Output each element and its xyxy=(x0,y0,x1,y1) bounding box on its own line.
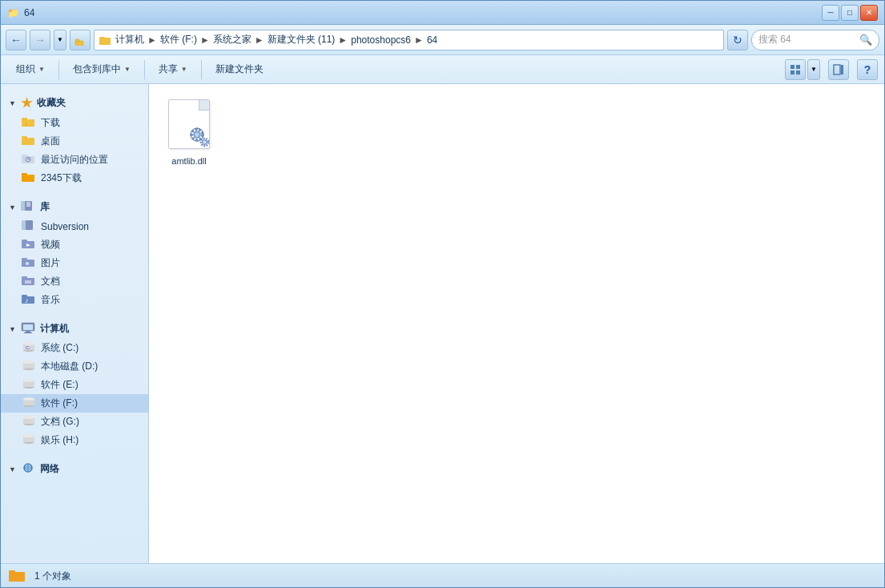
svg-rect-3 xyxy=(99,37,105,39)
sidebar-section-favorites[interactable]: ▼ ★ 收藏夹 xyxy=(1,91,148,114)
sidebar-item-h-drive[interactable]: 娱乐 (H:) xyxy=(1,431,148,449)
path-segment-2: 软件 (F:) xyxy=(160,33,197,46)
f-drive-icon xyxy=(22,397,36,410)
svg-rect-11 xyxy=(22,118,27,120)
forward-button[interactable]: → xyxy=(30,30,50,50)
sidebar-item-d-drive[interactable]: 本地磁盘 (D:) xyxy=(1,357,148,376)
sidebar-item-f-drive[interactable]: 软件 (F:) xyxy=(1,394,148,413)
sidebar-section-computer[interactable]: ▼ 计算机 xyxy=(1,317,148,339)
svg-point-68 xyxy=(194,131,200,138)
e-drive-label: 软件 (E:) xyxy=(41,378,78,392)
organize-label: 组织 xyxy=(16,62,35,76)
desktop-label: 桌面 xyxy=(41,135,60,148)
path-segment-5: photoshopcs6 xyxy=(351,34,411,46)
help-button[interactable]: ? xyxy=(857,59,878,80)
toolbar: 组织 ▼ 包含到库中 ▼ 共享 ▼ 新建文件夹 ▼ ? xyxy=(1,55,884,84)
favorites-star-icon: ★ xyxy=(21,95,32,111)
search-icon[interactable]: 🔍 xyxy=(859,34,872,46)
sidebar-section-library[interactable]: ▼ 库 xyxy=(1,195,148,217)
computer-triangle-icon: ▼ xyxy=(9,325,16,333)
organize-dropdown-icon: ▼ xyxy=(38,66,45,73)
c-drive-icon: C: xyxy=(22,341,36,355)
sidebar-item-video[interactable]: 视频 xyxy=(1,236,148,254)
g-drive-icon xyxy=(22,415,36,429)
dll-file-icon xyxy=(165,96,213,152)
include-library-button[interactable]: 包含到库中 ▼ xyxy=(64,58,139,81)
svg-rect-74 xyxy=(9,570,15,574)
image-library-icon xyxy=(22,256,36,270)
up-button[interactable] xyxy=(70,30,91,50)
music-library-icon: ♪ xyxy=(22,293,36,307)
title-bar-left: 📁 64 xyxy=(7,7,34,18)
status-count-label: 1 个对象 xyxy=(34,570,71,583)
sidebar-item-document[interactable]: 文档 xyxy=(1,272,148,291)
c-drive-label: 系统 (C:) xyxy=(41,341,78,355)
new-folder-label: 新建文件夹 xyxy=(215,62,263,76)
svg-rect-8 xyxy=(834,65,840,75)
sidebar-item-g-drive[interactable]: 文档 (G:) xyxy=(1,413,148,431)
library-label: 库 xyxy=(40,200,50,214)
sidebar-section-network[interactable]: ▼ 网络 xyxy=(1,457,148,479)
svg-rect-16 xyxy=(22,155,27,157)
sidebar-item-download[interactable]: ↓ 下载 xyxy=(1,114,148,132)
sidebar-item-music[interactable]: ♪ 音乐 xyxy=(1,291,148,309)
download-folder-icon: ↓ xyxy=(22,116,36,130)
2345-folder-icon xyxy=(22,171,36,185)
svg-rect-33 xyxy=(22,258,27,260)
recent-label: 最近访问的位置 xyxy=(41,153,108,167)
favorites-triangle-icon: ▼ xyxy=(9,99,16,107)
path-segment-6: 64 xyxy=(427,34,437,46)
subversion-label: Subversion xyxy=(41,221,89,232)
refresh-button[interactable]: ↻ xyxy=(727,30,748,50)
file-amtlib-dll[interactable]: amtlib.dll xyxy=(157,92,221,172)
toolbar-separator-3 xyxy=(201,60,202,79)
svg-rect-44 xyxy=(26,331,30,332)
close-button[interactable]: ✕ xyxy=(860,5,878,21)
svg-text:C:: C: xyxy=(26,345,30,350)
library-icon xyxy=(21,200,35,214)
window-controls: ─ □ ✕ xyxy=(822,5,878,21)
organize-button[interactable]: 组织 ▼ xyxy=(7,58,54,81)
address-path[interactable]: 计算机 ► 软件 (F:) ► 系统之家 ► 新建文件夹 (11) ► phot… xyxy=(94,30,724,50)
file-name-label: amtlib.dll xyxy=(171,155,206,167)
document-label: 文档 xyxy=(41,275,60,288)
status-folder-icon xyxy=(9,568,26,585)
include-library-dropdown-icon: ▼ xyxy=(124,66,131,73)
toolbar-separator-2 xyxy=(144,60,145,79)
window-icon: 📁 xyxy=(7,7,19,18)
sidebar: ▼ ★ 收藏夹 ↓ 下载 桌面 最近访问的位置 2345下载 xyxy=(1,84,149,563)
search-placeholder: 搜索 64 xyxy=(758,33,856,46)
sidebar-item-image[interactable]: 图片 xyxy=(1,254,148,272)
preview-pane-button[interactable] xyxy=(828,59,849,80)
path-segment-1: 计算机 xyxy=(115,33,144,46)
svg-rect-14 xyxy=(22,136,27,139)
view-dropdown-button[interactable]: ▼ xyxy=(807,59,820,80)
svg-rect-1 xyxy=(75,39,79,42)
nav-dropdown-button[interactable]: ▼ xyxy=(54,30,66,50)
path-sep-4: ► xyxy=(338,34,348,46)
sidebar-item-c-drive[interactable]: C: 系统 (C:) xyxy=(1,339,148,357)
sidebar-item-desktop[interactable]: 桌面 xyxy=(1,132,148,151)
search-box[interactable]: 搜索 64 🔍 xyxy=(751,30,879,50)
share-label: 共享 xyxy=(159,62,178,76)
svg-rect-4 xyxy=(790,65,794,69)
toolbar-separator-1 xyxy=(58,60,59,79)
sidebar-item-subversion[interactable]: Subversion xyxy=(1,217,148,236)
view-toggle-button[interactable] xyxy=(785,59,806,80)
svg-point-61 xyxy=(23,416,34,419)
gears-svg xyxy=(183,119,213,151)
window-title: 64 xyxy=(24,7,34,18)
back-button[interactable]: ← xyxy=(6,30,26,50)
sidebar-item-recent[interactable]: 最近访问的位置 xyxy=(1,151,148,169)
share-button[interactable]: 共享 ▼ xyxy=(150,58,196,81)
sidebar-item-2345[interactable]: 2345下载 xyxy=(1,169,148,187)
minimize-button[interactable]: ─ xyxy=(822,5,839,21)
maximize-button[interactable]: □ xyxy=(841,5,859,21)
e-drive-icon xyxy=(22,378,36,392)
new-folder-button[interactable]: 新建文件夹 xyxy=(207,58,272,81)
sidebar-item-e-drive[interactable]: 软件 (E:) xyxy=(1,376,148,394)
video-label: 视频 xyxy=(41,238,60,252)
share-dropdown-icon: ▼ xyxy=(181,66,187,73)
computer-icon xyxy=(21,322,35,336)
network-label: 网络 xyxy=(40,462,59,476)
